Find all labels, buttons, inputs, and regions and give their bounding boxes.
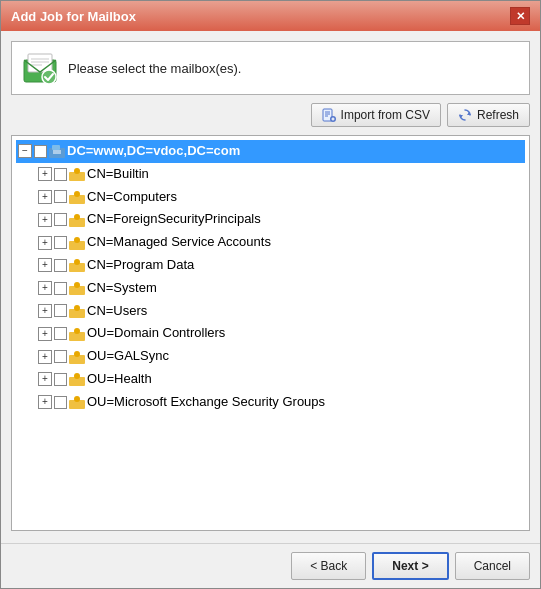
item-checkbox[interactable] — [54, 373, 67, 386]
tree-item[interactable]: + CN=System — [36, 277, 525, 300]
expand-btn[interactable]: + — [38, 213, 52, 227]
tree-item[interactable]: + OU=Microsoft Exchange Security Groups — [36, 391, 525, 414]
item-checkbox[interactable] — [54, 168, 67, 181]
expand-btn[interactable]: + — [38, 395, 52, 409]
back-label: < Back — [310, 559, 347, 573]
toolbar: Import from CSV Refresh — [11, 103, 530, 127]
item-checkbox[interactable] — [54, 396, 67, 409]
close-icon: ✕ — [516, 10, 525, 23]
tree-item[interactable]: + OU=GALSync — [36, 345, 525, 368]
item-checkbox[interactable] — [54, 282, 67, 295]
title-bar: Add Job for Mailbox ✕ — [1, 1, 540, 31]
expand-btn[interactable]: + — [38, 167, 52, 181]
root-label: DC=www,DC=vdoc,DC=com — [67, 141, 240, 162]
tree-panel[interactable]: − DC=www,DC=vdoc,DC=com + CN=Builtin — [11, 135, 530, 531]
refresh-icon — [458, 108, 472, 122]
item-checkbox[interactable] — [54, 327, 67, 340]
org-unit-icon — [69, 213, 85, 227]
svg-rect-40 — [73, 311, 81, 316]
tree-item[interactable]: + CN=Computers — [36, 186, 525, 209]
mail-icon — [22, 50, 58, 86]
item-label: CN=Managed Service Accounts — [87, 232, 271, 253]
expand-btn[interactable]: + — [38, 304, 52, 318]
expand-btn[interactable]: + — [38, 281, 52, 295]
info-bar: Please select the mailbox(es). — [11, 41, 530, 95]
back-button[interactable]: < Back — [291, 552, 366, 580]
org-unit-icon — [69, 236, 85, 250]
item-label: CN=ForeignSecurityPrincipals — [87, 209, 261, 230]
expand-btn[interactable]: + — [38, 372, 52, 386]
next-button[interactable]: Next > — [372, 552, 448, 580]
item-checkbox[interactable] — [54, 259, 67, 272]
main-window: Add Job for Mailbox ✕ — [0, 0, 541, 589]
org-unit-icon — [69, 258, 85, 272]
svg-rect-46 — [73, 357, 81, 362]
item-label: OU=GALSync — [87, 346, 169, 367]
item-label: OU=Domain Controllers — [87, 323, 225, 344]
tree-children: + CN=Builtin+ CN=Computers+ CN=ForeignSe… — [16, 163, 525, 414]
expand-btn[interactable]: + — [38, 327, 52, 341]
window-title: Add Job for Mailbox — [11, 9, 136, 24]
org-unit-icon — [69, 190, 85, 204]
tree-root[interactable]: − DC=www,DC=vdoc,DC=com — [16, 140, 525, 163]
item-checkbox[interactable] — [54, 213, 67, 226]
expand-btn[interactable]: + — [38, 350, 52, 364]
item-label: CN=Users — [87, 301, 147, 322]
svg-rect-34 — [73, 265, 81, 270]
svg-point-33 — [74, 259, 80, 265]
close-button[interactable]: ✕ — [510, 7, 530, 25]
content-area: Please select the mailbox(es). Import fr… — [1, 31, 540, 541]
svg-point-21 — [74, 168, 80, 174]
svg-point-51 — [74, 396, 80, 402]
org-unit-icon — [69, 167, 85, 181]
root-checkbox[interactable] — [34, 145, 47, 158]
svg-rect-22 — [73, 174, 81, 179]
footer: < Back Next > Cancel — [1, 543, 540, 588]
refresh-button[interactable]: Refresh — [447, 103, 530, 127]
item-checkbox[interactable] — [54, 350, 67, 363]
item-checkbox[interactable] — [54, 304, 67, 317]
svg-point-24 — [74, 191, 80, 197]
expand-btn[interactable]: + — [38, 236, 52, 250]
svg-point-39 — [74, 305, 80, 311]
root-expand[interactable]: − — [18, 144, 32, 158]
tree-item[interactable]: + CN=Users — [36, 300, 525, 323]
cancel-button[interactable]: Cancel — [455, 552, 530, 580]
item-label: CN=Program Data — [87, 255, 194, 276]
item-checkbox[interactable] — [54, 236, 67, 249]
tree-item[interactable]: + CN=Builtin — [36, 163, 525, 186]
tree-item[interactable]: + CN=Managed Service Accounts — [36, 231, 525, 254]
expand-btn[interactable]: + — [38, 190, 52, 204]
tree-item[interactable]: + CN=ForeignSecurityPrincipals — [36, 208, 525, 231]
svg-point-42 — [74, 328, 80, 334]
item-checkbox[interactable] — [54, 190, 67, 203]
tree-item[interactable]: + OU=Domain Controllers — [36, 322, 525, 345]
item-label: CN=System — [87, 278, 157, 299]
org-unit-icon — [69, 281, 85, 295]
item-label: OU=Microsoft Exchange Security Groups — [87, 392, 325, 413]
svg-rect-43 — [73, 334, 81, 339]
svg-point-36 — [74, 282, 80, 288]
svg-rect-37 — [73, 288, 81, 293]
item-label: CN=Computers — [87, 187, 177, 208]
svg-rect-49 — [73, 379, 81, 384]
svg-rect-28 — [73, 220, 81, 225]
org-unit-icon — [69, 304, 85, 318]
expand-btn[interactable]: + — [38, 258, 52, 272]
import-csv-label: Import from CSV — [341, 108, 430, 122]
cancel-label: Cancel — [474, 559, 511, 573]
tree-item[interactable]: + OU=Health — [36, 368, 525, 391]
domain-icon — [49, 144, 65, 158]
svg-rect-25 — [73, 197, 81, 202]
tree-item[interactable]: + CN=Program Data — [36, 254, 525, 277]
org-unit-icon — [69, 350, 85, 364]
info-message: Please select the mailbox(es). — [68, 61, 241, 76]
import-csv-button[interactable]: Import from CSV — [311, 103, 441, 127]
svg-point-27 — [74, 214, 80, 220]
svg-rect-31 — [73, 243, 81, 248]
item-label: CN=Builtin — [87, 164, 149, 185]
org-unit-icon — [69, 395, 85, 409]
import-csv-icon — [322, 108, 336, 122]
svg-point-30 — [74, 237, 80, 243]
org-unit-icon — [69, 327, 85, 341]
